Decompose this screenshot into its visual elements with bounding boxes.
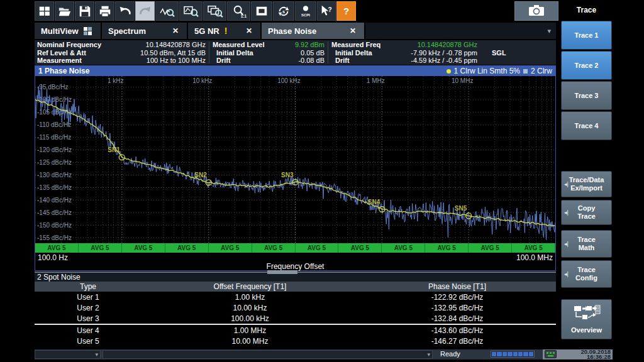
tab-spectrum[interactable]: Spectrum ✕ bbox=[102, 23, 188, 39]
window-resize-handle[interactable] bbox=[267, 270, 297, 274]
svg-text:?: ? bbox=[328, 6, 331, 13]
svg-text:SN1: SN1 bbox=[108, 146, 120, 153]
softkey-label: Overview bbox=[571, 326, 602, 334]
phase-noise-plot[interactable]: 1 kHz10 kHz100 kHz1 MHz10 MHz-95 dBc/Hz-… bbox=[35, 76, 555, 243]
table-row[interactable]: User 41.00 MHz-143.60 dBc/Hz bbox=[35, 325, 556, 336]
help-cursor-icon: ? bbox=[319, 4, 333, 18]
window-title: 2 Spot Noise bbox=[35, 273, 556, 282]
save-icon bbox=[78, 4, 92, 18]
context-help-button[interactable]: ? bbox=[317, 1, 336, 21]
svg-text:-120 dBc/Hz: -120 dBc/Hz bbox=[37, 146, 72, 153]
spot-offset-frequency: 10.00 kHz bbox=[142, 302, 358, 313]
sync-arrows-icon: s bbox=[276, 4, 291, 18]
avg-indicator: AVG 5 bbox=[79, 243, 122, 253]
chevron-down-icon: ▾ bbox=[95, 351, 100, 358]
print-button[interactable] bbox=[95, 1, 114, 21]
x-axis-stop: 100.0 MHz bbox=[516, 253, 553, 262]
tab-multiview[interactable]: MultiView bbox=[35, 23, 102, 39]
softkey-trace-data-ex-import[interactable]: ◂| Trace/Data Ex/Import bbox=[561, 171, 612, 197]
submenu-arrow-icon: ◂| bbox=[564, 270, 569, 278]
info-label: Measured Level bbox=[213, 41, 265, 49]
help-button[interactable]: ? bbox=[336, 1, 356, 21]
zoom-one-to-one-button[interactable]: 1:1 bbox=[227, 1, 250, 21]
softkey-trace-config[interactable]: ◂| Trace Config bbox=[561, 260, 612, 288]
softkey-trace-2[interactable]: Trace 2 bbox=[561, 51, 612, 80]
tab-5gnr[interactable]: 5G NR ! ✕ bbox=[188, 23, 262, 39]
sync-button[interactable]: s bbox=[273, 1, 294, 21]
softkey-overview[interactable]: Overview bbox=[561, 299, 612, 339]
save-button[interactable] bbox=[75, 1, 94, 21]
status-dropdown-left[interactable]: ▾ bbox=[35, 350, 101, 359]
column-header-type: Type bbox=[35, 282, 142, 292]
redo-button[interactable] bbox=[135, 1, 155, 21]
spot-phase-noise: -146.27 dBc/Hz bbox=[358, 336, 556, 346]
display-frame-icon bbox=[254, 4, 269, 18]
submenu-arrow-icon: ◂| bbox=[564, 240, 569, 248]
screenshot-button[interactable] bbox=[514, 1, 558, 21]
display-button[interactable] bbox=[251, 1, 272, 21]
info-col-measured-freq: Measured Freq10.148420878 GHz Initial De… bbox=[331, 41, 477, 65]
phase-noise-window: 1 Phase Noise 1 Clrw Lin Smth 5% 2 Clrw … bbox=[35, 65, 556, 271]
svg-text:-145 dBc/Hz: -145 dBc/Hz bbox=[37, 209, 72, 216]
svg-text:SN2: SN2 bbox=[194, 172, 207, 178]
zoom-multiwindow-icon bbox=[207, 4, 223, 18]
column-header-phase-noise: Phase Noise [T1] bbox=[358, 282, 556, 292]
trace2-color-icon bbox=[523, 69, 528, 74]
avg-indicator: AVG 5 bbox=[469, 243, 512, 253]
table-row[interactable]: User 3100.00 kHz-132.84 dBc/Hz bbox=[35, 313, 556, 324]
spot-type: User 5 bbox=[35, 336, 142, 346]
avg-row: AVG 5AVG 5AVG 5AVG 5AVG 5AVG 5AVG 5AVG 5… bbox=[35, 243, 555, 253]
close-icon[interactable]: ✕ bbox=[348, 26, 358, 35]
trace2-legend-label: 2 Clrw bbox=[531, 67, 552, 75]
undo-button[interactable] bbox=[115, 1, 135, 21]
home-windows-button[interactable] bbox=[35, 1, 54, 21]
table-row[interactable]: User 510.00 MHz-146.27 dBc/Hz bbox=[35, 336, 556, 346]
tab-overflow-dropdown[interactable]: ▾ bbox=[547, 27, 556, 35]
svg-text:10 kHz: 10 kHz bbox=[192, 77, 212, 84]
scpi-label: SCPI bbox=[301, 13, 310, 17]
zoom-multiwindow-button[interactable] bbox=[203, 1, 226, 21]
help-icon: ? bbox=[343, 6, 349, 16]
svg-text:-140 dBc/Hz: -140 dBc/Hz bbox=[37, 197, 72, 204]
zoom-trace-button[interactable] bbox=[155, 1, 179, 21]
svg-text:-135 dBc/Hz: -135 dBc/Hz bbox=[37, 184, 72, 191]
overview-flowchart-icon bbox=[573, 304, 601, 325]
avg-indicator: AVG 5 bbox=[122, 243, 165, 253]
magnifier-icon: 1:1 bbox=[231, 4, 247, 18]
spot-phase-noise: -122.92 dBc/Hz bbox=[358, 292, 556, 302]
close-icon[interactable]: ✕ bbox=[244, 26, 254, 35]
tab-phase-noise[interactable]: Phase Noise ✕ bbox=[262, 23, 365, 39]
open-button[interactable] bbox=[55, 1, 74, 21]
info-value: 0.05 dB bbox=[301, 49, 325, 57]
svg-text:SN3: SN3 bbox=[281, 172, 294, 178]
camera-icon bbox=[527, 3, 546, 19]
avg-indicator: AVG 5 bbox=[252, 243, 296, 253]
spot-offset-frequency: 10.00 MHz bbox=[142, 336, 358, 346]
multiview-grid-icon bbox=[84, 27, 92, 35]
submenu-arrow-icon: ◂| bbox=[564, 180, 569, 189]
softkey-copy-trace[interactable]: ◂| Copy Trace bbox=[561, 200, 612, 225]
status-message-dropdown[interactable]: ▾ bbox=[103, 350, 433, 359]
one-to-one-label: 1:1 bbox=[240, 14, 247, 18]
close-icon[interactable]: ✕ bbox=[170, 26, 180, 35]
avg-indicator: AVG 5 bbox=[512, 243, 555, 253]
softkey-trace-3[interactable]: Trace 3 bbox=[561, 81, 612, 110]
table-row[interactable]: User 11.00 kHz-122.92 dBc/Hz bbox=[35, 292, 556, 302]
tab-label: 5G NR bbox=[194, 26, 219, 36]
softkey-label: Trace bbox=[577, 266, 596, 274]
keyboard-icon bbox=[545, 350, 557, 359]
avg-indicator: AVG 5 bbox=[382, 243, 425, 253]
softkey-trace-1[interactable]: Trace 1 bbox=[561, 21, 612, 50]
scpi-button[interactable]: SCPI bbox=[295, 1, 316, 21]
softkey-trace-math[interactable]: ◂| Trace Math bbox=[561, 230, 612, 258]
info-col-level: Measured Level9.92 dBm Initial Delta0.05… bbox=[213, 41, 325, 65]
info-value: 10.148420878 GHz bbox=[418, 41, 477, 49]
info-value: 9.92 dBm bbox=[295, 41, 325, 49]
table-row[interactable]: User 210.00 kHz-132.95 dBc/Hz bbox=[35, 302, 556, 313]
window-title: 1 Phase Noise bbox=[38, 67, 89, 75]
trace1-color-icon bbox=[447, 69, 451, 74]
info-label: Ref Level & Att bbox=[37, 49, 86, 57]
softkey-trace-4[interactable]: Trace 4 bbox=[561, 111, 612, 140]
zoom-area-button[interactable] bbox=[179, 1, 203, 21]
trace1-legend-label: 1 Clrw Lin Smth 5% bbox=[454, 67, 520, 75]
